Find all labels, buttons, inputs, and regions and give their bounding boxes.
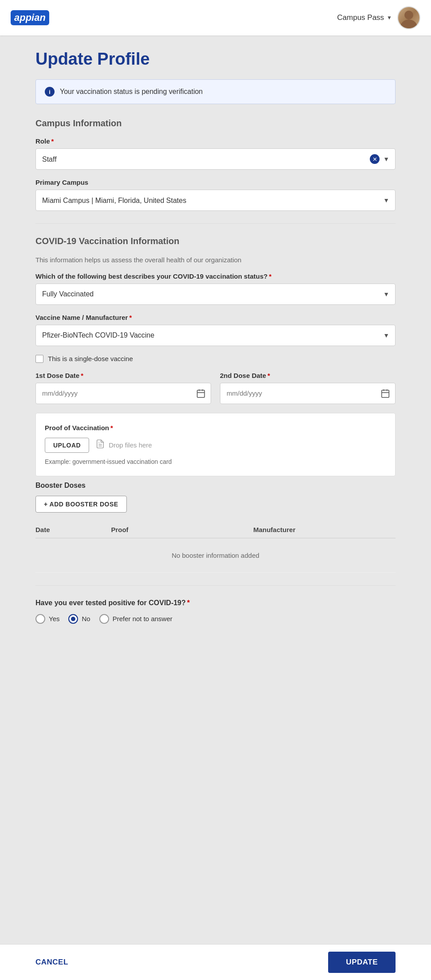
- vaccine-name-label: Vaccine Name / Manufacturer*: [35, 314, 396, 321]
- primary-campus-label: Primary Campus: [35, 179, 396, 186]
- radio-no-label: No: [82, 615, 90, 622]
- dose1-field: 1st Dose Date*: [35, 372, 211, 404]
- svg-rect-4: [382, 390, 389, 397]
- single-dose-label: This is a single-dose vaccine: [48, 355, 133, 362]
- role-field-group: Role* Staff ✕ ▼: [35, 137, 396, 170]
- role-label: Role*: [35, 137, 396, 145]
- dose2-input[interactable]: [220, 383, 396, 404]
- radio-row: Yes No Prefer not to answer: [35, 614, 396, 624]
- booster-table: Date Proof Manufacturer No booster infor…: [35, 521, 396, 573]
- header-right: Campus Pass ▼: [337, 6, 420, 29]
- proof-upload-label: Proof of Vaccination*: [45, 424, 386, 432]
- section-separator-1: [35, 223, 396, 224]
- dose2-label: 2nd Dose Date*: [220, 372, 396, 379]
- booster-empty-state: No booster information added: [35, 538, 396, 573]
- single-dose-checkbox[interactable]: [35, 355, 43, 363]
- drop-area: Drop files here: [95, 439, 152, 451]
- avatar-image: [398, 7, 419, 28]
- svg-rect-0: [197, 390, 205, 397]
- vaccination-section-title: COVID-19 Vaccination Information: [35, 236, 396, 246]
- vaccination-status-label: Which of the following best describes yo…: [35, 272, 396, 280]
- upload-hint: Example: government-issued vaccination c…: [45, 458, 386, 465]
- radio-no-option[interactable]: No: [68, 614, 90, 624]
- logo-box: appian: [11, 10, 49, 25]
- vaccine-name-select-wrapper: Pfizer-BioNTech COVID-19 Vaccine ▼: [35, 325, 396, 346]
- dose2-calendar-icon[interactable]: [380, 389, 390, 398]
- booster-section: Booster Doses + ADD BOOSTER DOSE Date Pr…: [35, 482, 396, 573]
- primary-campus-field-group: Primary Campus Miami Campus | Miami, Flo…: [35, 179, 396, 211]
- upload-button[interactable]: UPLOAD: [45, 438, 89, 453]
- single-dose-row: This is a single-dose vaccine: [35, 355, 396, 363]
- dose1-input-wrapper: [35, 383, 211, 404]
- dose1-calendar-icon[interactable]: [196, 389, 206, 398]
- appian-logo: appian: [11, 10, 49, 25]
- tested-positive-label: Have you ever tested positive for COVID-…: [35, 598, 396, 608]
- role-select[interactable]: Staff: [35, 148, 396, 170]
- main-content: Update Profile i Your vaccination status…: [0, 35, 431, 716]
- upload-row: UPLOAD Drop files here: [45, 438, 386, 453]
- footer: CANCEL UPDATE: [0, 944, 431, 980]
- radio-prefer-not-label: Prefer not to answer: [113, 615, 172, 622]
- radio-yes-input[interactable]: [35, 614, 45, 624]
- logo-text: appian: [14, 12, 46, 23]
- campus-section: Campus Information Role* Staff ✕ ▼ Prima…: [35, 118, 396, 211]
- primary-campus-select-wrapper: Miami Campus | Miami, Florida, United St…: [35, 190, 396, 211]
- add-booster-button[interactable]: + ADD BOOSTER DOSE: [35, 496, 127, 513]
- info-icon: i: [45, 87, 55, 97]
- booster-title: Booster Doses: [35, 482, 396, 490]
- radio-yes-option[interactable]: Yes: [35, 614, 59, 624]
- vaccination-section-subtitle: This information helps us assess the ove…: [35, 255, 396, 265]
- col-date-header: Date: [35, 526, 106, 533]
- role-select-wrapper: Staff ✕ ▼: [35, 148, 396, 170]
- campus-section-title: Campus Information: [35, 118, 396, 128]
- proof-upload-box: Proof of Vaccination* UPLOAD Drop fi: [35, 413, 396, 476]
- info-banner: i Your vaccination status is pending ver…: [35, 79, 396, 104]
- radio-no-input[interactable]: [68, 614, 78, 624]
- primary-campus-select[interactable]: Miami Campus | Miami, Florida, United St…: [35, 190, 396, 211]
- cancel-button[interactable]: CANCEL: [35, 958, 68, 967]
- app-name-text: Campus Pass: [337, 13, 384, 22]
- col-manufacturer-header: Manufacturer: [253, 526, 396, 533]
- tested-positive-field-group: Have you ever tested positive for COVID-…: [35, 598, 396, 624]
- footer-spacer: [35, 636, 396, 672]
- update-button[interactable]: UPDATE: [328, 952, 396, 973]
- dose-dates-row: 1st Dose Date* 2nd Do: [35, 372, 396, 404]
- vaccination-status-field-group: Which of the following best describes yo…: [35, 272, 396, 305]
- vaccine-name-field-group: Vaccine Name / Manufacturer* Pfizer-BioN…: [35, 314, 396, 346]
- radio-yes-label: Yes: [49, 615, 59, 622]
- page-title: Update Profile: [35, 50, 396, 69]
- booster-table-header: Date Proof Manufacturer: [35, 521, 396, 538]
- radio-prefer-not-option[interactable]: Prefer not to answer: [99, 614, 172, 624]
- role-clear-button[interactable]: ✕: [370, 154, 380, 164]
- app-dropdown-arrow: ▼: [387, 15, 392, 21]
- dose1-input[interactable]: [35, 383, 211, 404]
- dose1-label: 1st Dose Date*: [35, 372, 211, 379]
- file-icon: [95, 439, 105, 451]
- app-header: appian Campus Pass ▼: [0, 0, 431, 35]
- section-separator-2: [35, 585, 396, 586]
- avatar[interactable]: [397, 6, 420, 29]
- app-name-label[interactable]: Campus Pass ▼: [337, 13, 392, 22]
- col-proof-header: Proof: [106, 526, 253, 533]
- vaccination-section: COVID-19 Vaccination Information This in…: [35, 236, 396, 624]
- dose2-field: 2nd Dose Date*: [220, 372, 396, 404]
- vaccine-name-select[interactable]: Pfizer-BioNTech COVID-19 Vaccine: [35, 325, 396, 346]
- info-banner-text: Your vaccination status is pending verif…: [60, 88, 203, 96]
- drop-files-text: Drop files here: [109, 441, 152, 449]
- vaccination-status-select-wrapper: Fully Vaccinated ▼: [35, 284, 396, 305]
- dose2-input-wrapper: [220, 383, 396, 404]
- vaccination-status-select[interactable]: Fully Vaccinated: [35, 284, 396, 305]
- radio-prefer-not-input[interactable]: [99, 614, 109, 624]
